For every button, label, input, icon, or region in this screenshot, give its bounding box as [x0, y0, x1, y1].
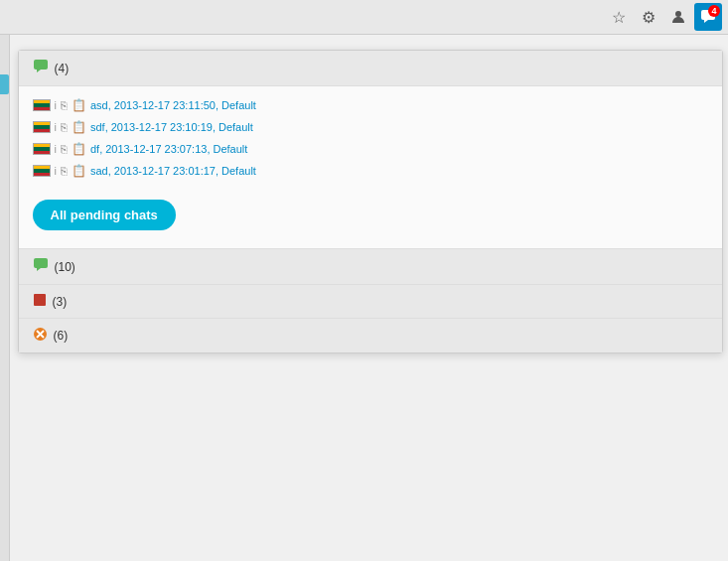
summary-row-red[interactable]: (3)	[19, 284, 722, 318]
copy-icon-2[interactable]: ⎘	[61, 121, 68, 133]
info-icon-2[interactable]: i	[55, 121, 57, 133]
pending-chat-list: i ⎘ 📋 asd, 2013-12-17 23:11:50, Default …	[19, 86, 722, 190]
chat-row: i ⎘ 📋 sad, 2013-12-17 23:01:17, Default	[33, 160, 708, 182]
summary-red-count: (3)	[53, 295, 68, 309]
info-icon-3[interactable]: i	[55, 143, 57, 155]
doc-icon-2: 📋	[72, 120, 86, 134]
info-icon-1[interactable]: i	[55, 99, 57, 111]
summary-row-green[interactable]: (10)	[19, 248, 722, 284]
popup-container: (4) i ⎘ 📋 asd, 2013-12-17 23:11:50, Defa…	[18, 50, 723, 353]
star-icon[interactable]: ☆	[605, 3, 633, 31]
chat-link-2[interactable]: sdf, 2013-12-17 23:10:19, Default	[90, 121, 253, 133]
doc-icon-1: 📋	[72, 98, 86, 112]
red-square-icon	[33, 293, 47, 310]
copy-icon-4[interactable]: ⎘	[61, 165, 68, 177]
chat-row: i ⎘ 📋 df, 2013-12-17 23:07:13, Default	[33, 138, 708, 160]
chat-extension-icon[interactable]: 4	[694, 3, 722, 31]
browser-sidebar	[0, 35, 10, 561]
pending-section-header[interactable]: (4)	[19, 51, 722, 86]
svg-rect-4	[34, 294, 46, 306]
orange-circle-icon	[33, 327, 48, 345]
summary-row-orange[interactable]: (6)	[19, 318, 722, 352]
chat-link-3[interactable]: df, 2013-12-17 23:07:13, Default	[90, 143, 247, 155]
all-pending-chats-button[interactable]: All pending chats	[33, 200, 176, 230]
extension-badge: 4	[708, 5, 720, 17]
green-chat-icon	[33, 257, 49, 276]
doc-icon-4: 📋	[72, 164, 86, 178]
flag-lt-2	[33, 121, 51, 133]
doc-icon-3: 📋	[72, 142, 86, 156]
copy-icon-1[interactable]: ⎘	[61, 99, 68, 111]
svg-rect-2	[34, 60, 48, 70]
flag-lt-4	[33, 165, 51, 177]
copy-icon-3[interactable]: ⎘	[61, 143, 68, 155]
summary-green-count: (10)	[55, 260, 75, 274]
chat-row: i ⎘ 📋 asd, 2013-12-17 23:11:50, Default	[33, 94, 708, 116]
svg-rect-3	[34, 258, 48, 268]
chat-link-4[interactable]: sad, 2013-12-17 23:01:17, Default	[90, 165, 256, 177]
chat-link-1[interactable]: asd, 2013-12-17 23:11:50, Default	[90, 99, 256, 111]
sidebar-indicator	[0, 74, 9, 94]
summary-orange-count: (6)	[54, 329, 69, 343]
settings-icon[interactable]: ⚙	[635, 3, 662, 31]
svg-point-0	[675, 11, 681, 17]
pending-count: (4)	[55, 62, 70, 75]
flag-lt-3	[33, 143, 51, 155]
flag-lt-1	[33, 99, 51, 111]
pending-chat-icon	[33, 59, 49, 77]
chrome-toolbar: ☆ ⚙ 4	[0, 0, 728, 35]
info-icon-4[interactable]: i	[55, 165, 57, 177]
chat-row: i ⎘ 📋 sdf, 2013-12-17 23:10:19, Default	[33, 116, 708, 138]
people-icon[interactable]	[664, 3, 692, 31]
